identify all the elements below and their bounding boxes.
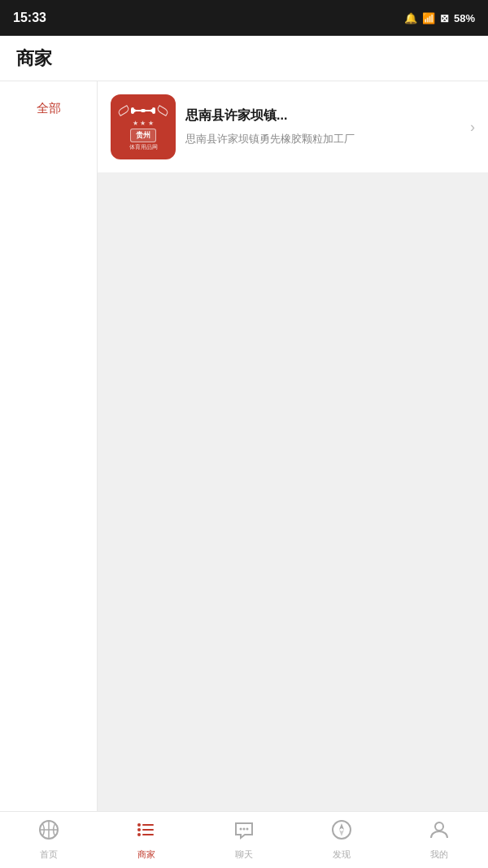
svg-rect-11 [142, 829, 154, 831]
page-header: 商家 [0, 36, 488, 81]
merchant-info: 思南县许家坝镇... 思南县许家坝镇勇先橡胶颗粒加工厂 [176, 107, 470, 147]
list-icon [136, 819, 157, 845]
nav-item-chat[interactable]: 聊天 [195, 819, 293, 861]
svg-marker-18 [339, 823, 344, 830]
logo-leaves-top [118, 103, 168, 118]
logo-subtitle: 体育用品网 [129, 143, 158, 151]
leaf-right-icon [156, 105, 169, 116]
status-icons: 🔔 📶 ⊠ 58% [404, 12, 475, 24]
battery-icon: 58% [454, 12, 475, 24]
svg-point-20 [435, 822, 443, 831]
leaf-left-icon [117, 105, 130, 116]
nav-item-profile[interactable]: 我的 [390, 819, 488, 861]
merchant-arrow-icon: › [470, 119, 475, 136]
svg-rect-4 [152, 107, 155, 114]
compass-icon [331, 819, 352, 845]
stars-row: ★ ★ ★ [133, 120, 153, 127]
merchant-list: ★ ★ ★ 贵州 体育用品网 思南县许家坝镇... 思南县许家坝镇勇先橡胶颗粒加… [98, 81, 488, 173]
svg-rect-13 [142, 834, 154, 835]
dumbbell-icon [131, 103, 155, 118]
nav-label-merchant: 商家 [137, 848, 155, 861]
sidebar-item-all[interactable]: 全部 [0, 89, 97, 128]
svg-rect-1 [131, 107, 134, 114]
sidebar: 全部 [0, 81, 98, 811]
svg-point-10 [137, 828, 141, 831]
status-bar: 15:33 🔔 📶 ⊠ 58% [0, 0, 488, 36]
svg-point-12 [137, 833, 141, 836]
nav-label-discover: 发现 [333, 848, 351, 861]
svg-rect-6 [134, 110, 152, 111]
svg-point-8 [137, 823, 141, 827]
svg-point-16 [246, 828, 249, 831]
merchant-description: 思南县许家坝镇勇先橡胶颗粒加工厂 [185, 131, 460, 147]
wifi-icon: 📶 [422, 12, 435, 24]
nav-label-profile: 我的 [430, 848, 448, 861]
content-area: ★ ★ ★ 贵州 体育用品网 思南县许家坝镇... 思南县许家坝镇勇先橡胶颗粒加… [98, 81, 488, 811]
person-icon [429, 819, 450, 845]
basketball-icon [38, 819, 59, 845]
logo-badge-main: 贵州 [130, 129, 156, 142]
nav-item-discover[interactable]: 发现 [293, 819, 390, 861]
page-title: 商家 [16, 46, 52, 71]
svg-rect-9 [142, 824, 154, 826]
notification-icon: 🔔 [404, 12, 417, 24]
logo-inner: ★ ★ ★ 贵州 体育用品网 [111, 94, 176, 159]
nav-item-home[interactable]: 首页 [0, 819, 98, 861]
svg-marker-19 [339, 830, 344, 836]
svg-point-15 [243, 828, 246, 831]
chat-icon [233, 819, 255, 845]
merchant-item[interactable]: ★ ★ ★ 贵州 体育用品网 思南县许家坝镇... 思南县许家坝镇勇先橡胶颗粒加… [98, 81, 488, 173]
nav-item-merchant[interactable]: 商家 [98, 819, 195, 861]
merchant-logo: ★ ★ ★ 贵州 体育用品网 [111, 94, 176, 159]
nav-label-chat: 聊天 [235, 848, 253, 861]
bottom-nav: 首页 商家 聊天 [0, 811, 488, 868]
nav-label-home: 首页 [40, 848, 58, 861]
main-content: 全部 [0, 81, 488, 811]
signal-icon: ⊠ [440, 12, 449, 24]
time: 15:33 [13, 11, 46, 25]
merchant-name: 思南县许家坝镇... [185, 107, 460, 124]
svg-point-14 [240, 828, 242, 831]
